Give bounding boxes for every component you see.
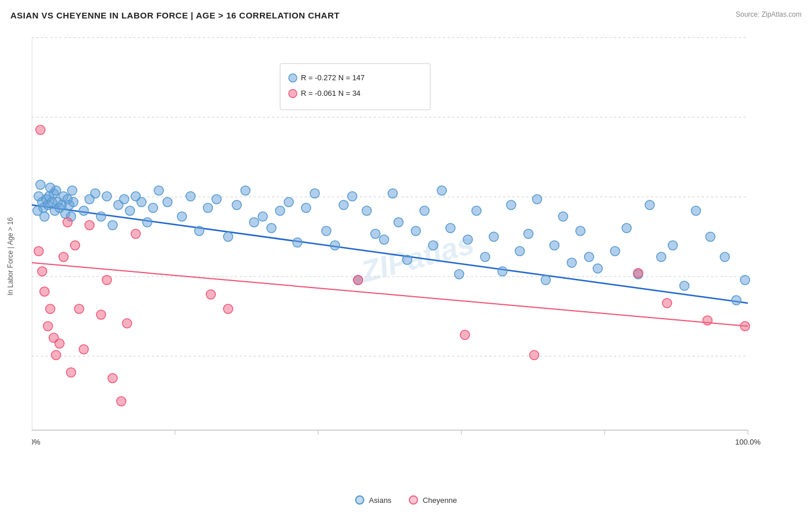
svg-point-57 bbox=[120, 195, 129, 204]
svg-point-128 bbox=[40, 287, 49, 296]
svg-line-24 bbox=[32, 205, 748, 303]
svg-point-76 bbox=[275, 206, 285, 215]
svg-point-140 bbox=[79, 345, 88, 354]
svg-point-123 bbox=[720, 252, 729, 262]
svg-rect-157 bbox=[280, 64, 430, 110]
svg-point-98 bbox=[463, 235, 472, 244]
svg-point-154 bbox=[662, 298, 672, 308]
svg-point-95 bbox=[437, 186, 446, 195]
svg-point-112 bbox=[584, 252, 594, 262]
svg-point-141 bbox=[85, 221, 94, 230]
svg-point-121 bbox=[691, 206, 701, 215]
svg-point-69 bbox=[212, 195, 221, 204]
svg-point-111 bbox=[576, 226, 585, 236]
svg-point-125 bbox=[740, 275, 750, 285]
svg-point-60 bbox=[137, 197, 146, 207]
svg-text:R = -0.272    N = 147: R = -0.272 N = 147 bbox=[301, 73, 365, 82]
svg-point-145 bbox=[117, 397, 126, 406]
chart-title: ASIAN VS CHEYENNE IN LABOR FORCE | AGE >… bbox=[10, 10, 340, 20]
svg-point-88 bbox=[379, 235, 389, 244]
legend-color-cheyenne bbox=[409, 495, 418, 505]
svg-point-100 bbox=[481, 252, 490, 262]
svg-point-89 bbox=[388, 189, 397, 198]
svg-point-82 bbox=[330, 241, 340, 250]
svg-point-148 bbox=[206, 290, 215, 299]
svg-point-72 bbox=[241, 186, 250, 195]
chart-container: ASIAN VS CHEYENNE IN LABOR FORCE | AGE >… bbox=[0, 0, 812, 515]
svg-point-74 bbox=[258, 212, 267, 221]
svg-point-142 bbox=[96, 310, 106, 319]
legend-label-cheyenne: Cheyenne bbox=[423, 496, 457, 505]
svg-point-143 bbox=[102, 275, 111, 285]
svg-point-90 bbox=[394, 218, 403, 227]
svg-point-70 bbox=[224, 232, 233, 241]
svg-point-92 bbox=[411, 226, 420, 236]
svg-point-91 bbox=[403, 255, 412, 264]
svg-point-108 bbox=[550, 241, 559, 250]
svg-point-49 bbox=[33, 206, 42, 215]
svg-point-118 bbox=[657, 252, 666, 262]
svg-point-115 bbox=[622, 223, 631, 233]
svg-point-68 bbox=[203, 203, 213, 212]
svg-point-129 bbox=[43, 322, 53, 331]
legend-label-asians: Asians bbox=[369, 496, 392, 505]
svg-point-53 bbox=[96, 212, 106, 221]
svg-point-78 bbox=[293, 238, 302, 247]
svg-point-44 bbox=[68, 186, 77, 195]
chart-svg: 100.0% 80.0% 60.0% 40.0% 0.0% 100.0% bbox=[32, 32, 783, 476]
legend-item-cheyenne: Cheyenne bbox=[409, 495, 457, 505]
svg-point-96 bbox=[446, 223, 455, 233]
svg-point-83 bbox=[339, 200, 348, 210]
svg-point-126 bbox=[34, 247, 43, 256]
svg-point-124 bbox=[732, 296, 741, 305]
svg-point-66 bbox=[186, 192, 195, 201]
svg-point-67 bbox=[195, 226, 204, 236]
svg-point-105 bbox=[524, 229, 533, 238]
svg-point-58 bbox=[125, 206, 135, 215]
svg-point-146 bbox=[122, 319, 132, 328]
svg-point-117 bbox=[645, 200, 654, 210]
svg-text:100.0%: 100.0% bbox=[735, 438, 761, 446]
svg-point-139 bbox=[75, 304, 84, 314]
svg-point-119 bbox=[668, 241, 677, 250]
svg-point-61 bbox=[143, 218, 152, 227]
svg-point-73 bbox=[249, 218, 259, 227]
svg-point-103 bbox=[506, 200, 516, 210]
svg-point-87 bbox=[371, 229, 380, 238]
svg-rect-160 bbox=[289, 89, 297, 98]
svg-point-109 bbox=[558, 212, 568, 221]
svg-point-46 bbox=[36, 180, 45, 189]
svg-point-110 bbox=[567, 258, 576, 267]
svg-point-130 bbox=[46, 304, 55, 314]
svg-point-151 bbox=[460, 330, 470, 339]
svg-point-80 bbox=[310, 189, 319, 198]
svg-point-45 bbox=[69, 197, 78, 207]
svg-point-52 bbox=[91, 189, 100, 198]
svg-point-120 bbox=[680, 281, 689, 290]
svg-point-150 bbox=[353, 275, 363, 285]
chart-legend: Asians Cheyenne bbox=[355, 495, 457, 505]
svg-text:R = -0.061    N =  34: R = -0.061 N = 34 bbox=[301, 89, 360, 98]
svg-point-133 bbox=[55, 339, 64, 348]
legend-item-asians: Asians bbox=[355, 495, 392, 505]
svg-point-55 bbox=[108, 221, 117, 230]
svg-point-137 bbox=[66, 368, 76, 377]
svg-point-138 bbox=[70, 241, 80, 250]
svg-point-156 bbox=[740, 322, 750, 331]
svg-point-54 bbox=[102, 192, 111, 201]
svg-point-84 bbox=[348, 192, 357, 201]
svg-point-153 bbox=[634, 268, 643, 278]
svg-point-127 bbox=[38, 267, 47, 276]
svg-point-114 bbox=[610, 247, 620, 256]
svg-rect-158 bbox=[289, 74, 297, 82]
svg-point-75 bbox=[267, 223, 276, 233]
svg-point-152 bbox=[530, 350, 539, 360]
svg-point-65 bbox=[177, 212, 187, 221]
y-axis-label: In Labor Force | Age > 16 bbox=[6, 217, 14, 296]
source-label: Source: ZipAtlas.com bbox=[736, 10, 802, 18]
svg-point-50 bbox=[79, 206, 88, 215]
svg-point-63 bbox=[154, 186, 163, 195]
svg-point-79 bbox=[301, 203, 311, 212]
svg-point-144 bbox=[108, 374, 117, 383]
svg-point-155 bbox=[703, 316, 712, 325]
